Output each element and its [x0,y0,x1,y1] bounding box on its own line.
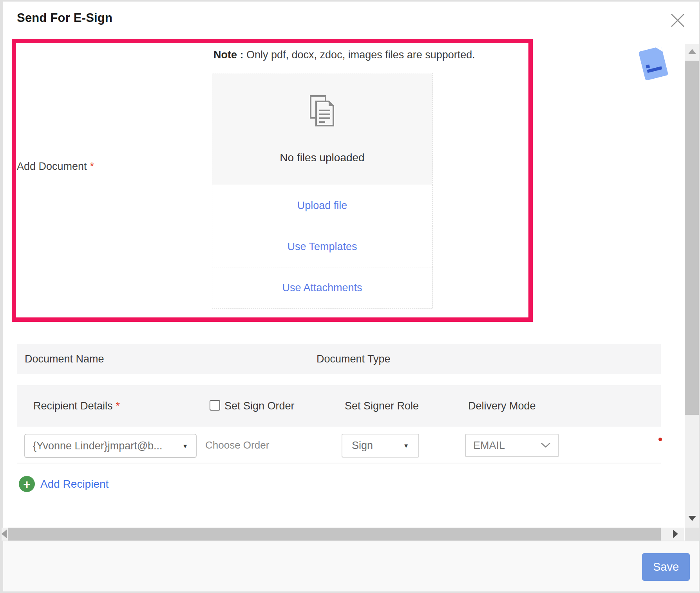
delivery-mode-label: Delivery Mode [468,385,536,427]
use-templates-label: Use Templates [287,241,357,253]
folded-corner [656,46,662,53]
save-button[interactable]: Save [642,553,690,581]
chevron-down-icon [541,442,551,449]
note-text: Note : Only pdf, docx, zdoc, images file… [213,49,475,61]
scroll-up-arrow-icon[interactable] [688,49,696,54]
scroll-down-arrow-icon[interactable] [688,516,696,521]
recipient-details-label: Recipient Details* [33,385,120,427]
choose-order-placeholder: Choose Order [205,427,269,463]
document-name-column: Document Name [25,344,104,374]
add-recipient-button[interactable]: + Add Recipient [19,476,109,492]
page-title: Send For E-Sign [17,11,112,25]
add-document-panel: No files uploaded Upload file Use Templa… [212,73,432,308]
close-button[interactable] [667,10,688,31]
delivery-mode-value: EMAIL [473,440,505,452]
signer-role-select[interactable]: Sign ▼ [342,434,419,458]
use-attachments-label: Use Attachments [282,282,362,294]
caret-down-icon: ▼ [403,442,409,449]
upload-file-link[interactable]: Upload file [212,185,432,226]
set-sign-order-label: Set Sign Order [224,385,295,427]
recipient-row: {Yvonne Linder}jmpart@b... ▼ Choose Orde… [17,427,661,463]
note-body: Only pdf, docx, zdoc, images files are s… [246,49,475,61]
use-templates-link[interactable]: Use Templates [212,226,432,267]
required-dot [658,438,662,441]
scrollbar-corner [685,528,699,541]
doc-mark [646,65,650,68]
add-recipient-label: Add Recipient [40,478,109,490]
required-asterisk: * [113,400,120,412]
no-files-text: No files uploaded [212,151,432,164]
recipient-value: {Yvonne Linder}jmpart@b... [33,440,163,452]
set-sign-order-checkbox[interactable] [210,400,220,411]
document-type-column: Document Type [317,344,391,374]
files-dropzone[interactable]: No files uploaded [212,73,432,185]
documents-table-header: Document Name Document Type [17,344,661,374]
signer-role-value: Sign [352,440,373,452]
horizontal-scrollbar-thumb[interactable] [8,528,661,541]
add-document-label: Add Document* [17,160,94,173]
recipient-details-text: Recipient Details [33,400,113,412]
caret-down-icon: ▼ [182,443,188,449]
recipient-select[interactable]: {Yvonne Linder}jmpart@b... ▼ [24,434,197,458]
use-attachments-link[interactable]: Use Attachments [212,267,432,308]
vertical-scrollbar-thumb[interactable] [685,61,699,415]
delivery-mode-select[interactable]: EMAIL [465,434,559,457]
send-for-esign-dialog: Send For E-Sign Note : Only pdf, docx, z… [0,0,700,593]
required-asterisk: * [87,160,94,172]
recipients-header: Recipient Details* Set Sign Order Set Si… [17,385,661,427]
close-icon [667,10,688,31]
document-pages-icon [309,95,335,129]
modal-footer: Save [3,541,699,591]
set-signer-role-label: Set Signer Role [345,385,419,427]
scroll-right-arrow-icon[interactable] [673,530,678,538]
upload-file-label: Upload file [297,200,347,212]
note-label: Note : [213,49,244,61]
plus-icon: + [19,476,35,492]
add-document-text: Add Document [17,160,87,172]
scroll-left-arrow-icon[interactable] [2,530,7,538]
